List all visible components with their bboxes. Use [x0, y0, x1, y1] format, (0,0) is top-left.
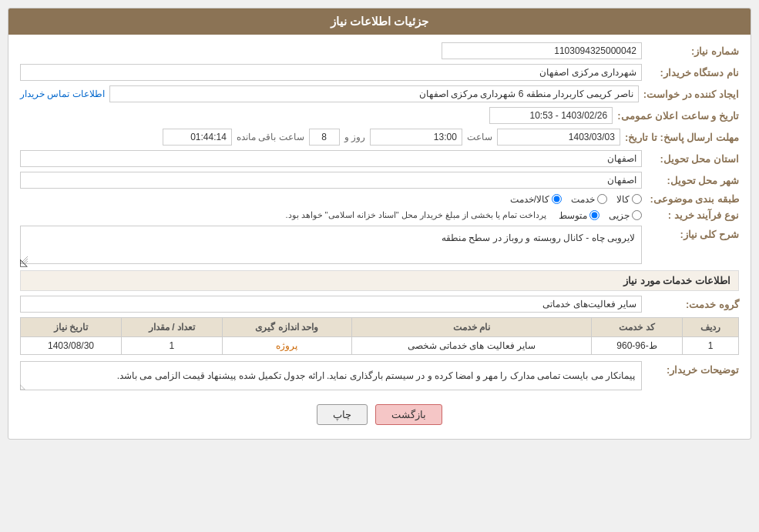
- need-number-label: شماره نیاز:: [646, 45, 739, 57]
- page-container: جزئیات اطلاعات نیاز شماره نیاز: 11030943…: [0, 0, 759, 532]
- col-row-num: ردیف: [682, 318, 738, 337]
- creator-value: ناصر کریمی کاربردار منطقه 6 شهرداری مرکز…: [109, 85, 639, 102]
- col-unit: واحد اندازه گیری: [222, 318, 351, 337]
- need-number-row: شماره نیاز: 1103094325000042: [20, 42, 739, 59]
- col-service-name: نام خدمت: [351, 318, 592, 337]
- purchase-option-jozi: جزیی: [609, 210, 642, 221]
- category-radio-khedmat[interactable]: [597, 194, 607, 204]
- cell-unit: پروژه: [222, 337, 351, 355]
- purchase-option-mota: متوسط: [559, 210, 599, 221]
- main-card: جزئیات اطلاعات نیاز شماره نیاز: 11030943…: [8, 8, 751, 440]
- response-deadline-label: مهلت ارسال پاسخ: تا تاریخ:: [625, 132, 739, 143]
- cell-row-num: 1: [682, 337, 738, 355]
- response-time: 13:00: [370, 129, 462, 146]
- category-row: طبقه بندی موضوعی: کالا خدمت کالا/خدمت: [20, 193, 739, 205]
- purchase-type-row: نوع فرآیند خرید : جزیی متوسط پرداخت تمام…: [20, 209, 739, 221]
- back-button[interactable]: بازگشت: [375, 404, 442, 425]
- category-radio-kala[interactable]: [632, 194, 642, 204]
- response-date: 1403/03/03: [497, 129, 620, 146]
- announce-date-value: 1403/02/26 - 10:53: [489, 107, 613, 124]
- buyer-org-value: شهرداری مرکزی اصفهان: [20, 64, 642, 81]
- services-section-title: اطلاعات خدمات مورد نیاز: [20, 270, 739, 291]
- category-radio-group: کالا خدمت کالا/خدمت: [510, 194, 642, 205]
- resize-handle-notes: ◺: [20, 383, 25, 390]
- buyer-org-label: نام دستگاه خریدار:: [646, 67, 739, 79]
- purchase-type-label: نوع فرآیند خرید :: [646, 209, 739, 221]
- print-button[interactable]: چاپ: [317, 404, 368, 425]
- service-group-label: گروه خدمت:: [646, 299, 739, 310]
- purchase-radio-jozi[interactable]: [632, 210, 642, 220]
- category-label-both: کالا/خدمت: [510, 194, 549, 205]
- card-body: شماره نیاز: 1103094325000042 نام دستگاه …: [8, 35, 751, 439]
- table-row: 1 ط-96-960 سایر فعالیت های خدماتی شخصی پ…: [21, 337, 739, 355]
- purchase-radio-group: جزیی متوسط: [559, 210, 642, 221]
- buyer-notes-container: پیمانکار می بایست تمامی مدارک را مهر و ا…: [20, 361, 642, 390]
- purchase-radio-mota[interactable]: [589, 210, 599, 220]
- response-time-label: ساعت: [467, 132, 492, 142]
- general-desc-row: شرح کلی نیاز: لایروبی چاه - کانال روبسته…: [20, 226, 739, 264]
- delivery-city-row: شهر محل تحویل: اصفهان: [20, 172, 739, 189]
- cell-service-code: ط-96-960: [592, 337, 683, 355]
- category-radio-both[interactable]: [552, 194, 562, 204]
- category-option-khedmat: خدمت: [571, 194, 607, 205]
- purchase-label-mota: متوسط: [559, 210, 587, 221]
- announce-date-row: تاریخ و ساعت اعلان عمومی: 1403/02/26 - 1…: [20, 107, 739, 124]
- cell-service-name: سایر فعالیت های خدماتی شخصی: [351, 337, 592, 355]
- announce-date-label: تاریخ و ساعت اعلان عمومی:: [617, 110, 739, 122]
- delivery-province-value: اصفهان: [20, 150, 642, 167]
- service-group-value: سایر فعالیت‌های خدماتی: [20, 296, 642, 313]
- resize-handle: ◺: [20, 256, 28, 264]
- general-desc-label: شرح کلی نیاز:: [646, 226, 739, 240]
- response-days: 8: [309, 129, 340, 146]
- buyer-org-row: نام دستگاه خریدار: شهرداری مرکزی اصفهان: [20, 64, 739, 81]
- delivery-province-label: استان محل تحویل:: [646, 153, 739, 165]
- page-title: جزئیات اطلاعات نیاز: [8, 8, 751, 35]
- category-label-kala: کالا: [616, 194, 630, 205]
- buyer-notes-value: پیمانکار می بایست تمامی مدارک را مهر و ا…: [20, 361, 642, 390]
- button-area: بازگشت چاپ: [20, 398, 739, 431]
- delivery-city-label: شهر محل تحویل:: [646, 175, 739, 186]
- buyer-notes-label: توضیحات خریدار:: [646, 361, 739, 376]
- general-desc-value: لایروبی چاه - کانال روبسته و روباز در سط…: [20, 226, 642, 264]
- remaining-label: ساعت باقی مانده: [237, 132, 304, 142]
- remaining-time: 01:44:14: [163, 129, 232, 146]
- service-group-row: گروه خدمت: سایر فعالیت‌های خدماتی: [20, 296, 739, 313]
- purchase-label-jozi: جزیی: [609, 210, 630, 221]
- cell-need-date: 1403/08/30: [21, 337, 122, 355]
- delivery-city-value: اصفهان: [20, 172, 642, 189]
- category-label: طبقه بندی موضوعی:: [646, 193, 739, 205]
- purchase-note: پرداخت تمام یا بخشی از مبلغ خریدار محل "…: [285, 210, 546, 220]
- response-deadline-row: مهلت ارسال پاسخ: تا تاریخ: 1403/03/03 سا…: [20, 129, 739, 146]
- category-option-both: کالا/خدمت: [510, 194, 562, 205]
- contact-link[interactable]: اطلاعات تماس خریدار: [20, 89, 105, 99]
- response-days-label: روز و: [344, 132, 365, 142]
- cell-quantity: 1: [121, 337, 222, 355]
- col-quantity: تعداد / مقدار: [121, 318, 222, 337]
- category-option-kala: کالا: [616, 194, 642, 205]
- need-number-value: 1103094325000042: [442, 42, 642, 59]
- category-label-khedmat: خدمت: [571, 194, 595, 205]
- buyer-notes-row: توضیحات خریدار: پیمانکار می بایست تمامی …: [20, 361, 739, 390]
- col-need-date: تاریخ نیاز: [21, 318, 122, 337]
- creator-row: ایجاد کننده در خواست: ناصر کریمی کاربردا…: [20, 85, 739, 102]
- col-service-code: کد خدمت: [592, 318, 683, 337]
- services-table: ردیف کد خدمت نام خدمت واحد اندازه گیری ت…: [20, 317, 739, 355]
- creator-label: ایجاد کننده در خواست:: [643, 89, 739, 100]
- general-desc-container: لایروبی چاه - کانال روبسته و روباز در سط…: [20, 226, 642, 264]
- delivery-province-row: استان محل تحویل: اصفهان: [20, 150, 739, 167]
